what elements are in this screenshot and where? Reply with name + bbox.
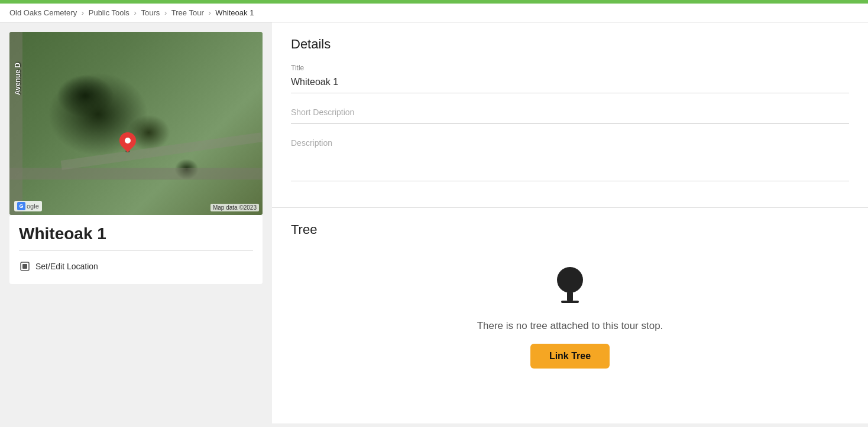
right-panel: Details Title Whiteoak 1 Short Descripti… <box>272 22 868 423</box>
breadcrumb: Old Oaks Cemetery › Public Tools › Tours… <box>0 4 868 22</box>
pin-head <box>116 129 140 152</box>
main-layout: Avenue D G ogle Map data ©2023 Whiteoak … <box>0 22 868 423</box>
google-logo-box: G <box>17 202 25 210</box>
breadcrumb-item-tours[interactable]: Tours <box>141 8 160 17</box>
no-tree-message: There is no tree attached to this tour s… <box>477 320 663 332</box>
breadcrumb-item-cemetery[interactable]: Old Oaks Cemetery <box>9 8 77 17</box>
location-icon <box>19 260 31 272</box>
breadcrumb-sep-1: › <box>82 8 86 17</box>
breadcrumb-sep-3: › <box>164 8 169 17</box>
title-label: Title <box>291 64 849 72</box>
tree-section-title: Tree <box>291 222 849 237</box>
left-card: Whiteoak 1 Set/Edit Location <box>9 215 263 284</box>
left-panel: Avenue D G ogle Map data ©2023 Whiteoak … <box>0 22 272 423</box>
stop-divider <box>19 250 253 251</box>
details-section-title: Details <box>291 37 849 52</box>
tree-icon <box>546 263 594 311</box>
stop-title: Whiteoak 1 <box>19 224 253 243</box>
breadcrumb-item-active: Whiteoak 1 <box>215 8 254 17</box>
map-background <box>9 32 263 215</box>
google-logo-text: ogle <box>27 203 39 210</box>
avenue-label: Avenue D <box>14 63 22 95</box>
breadcrumb-item-public-tools[interactable]: Public Tools <box>89 8 129 17</box>
svg-rect-1 <box>22 264 27 269</box>
tree-section: Tree There is no tree attached to this t… <box>272 208 868 400</box>
set-edit-location-button[interactable]: Set/Edit Location <box>19 258 98 275</box>
breadcrumb-item-tree-tour[interactable]: Tree Tour <box>171 8 204 17</box>
map-road-left <box>9 32 22 215</box>
short-description-placeholder[interactable]: Short Description <box>291 105 849 124</box>
map-container[interactable]: Avenue D G ogle Map data ©2023 <box>9 32 263 215</box>
short-description-field-group: Short Description <box>291 105 849 124</box>
map-data-label: Map data ©2023 <box>210 204 259 211</box>
link-tree-button[interactable]: Link Tree <box>530 344 610 369</box>
map-road-bottom <box>9 168 263 180</box>
breadcrumb-sep-4: › <box>208 8 213 17</box>
set-edit-location-label: Set/Edit Location <box>35 262 98 271</box>
svg-rect-3 <box>567 292 573 301</box>
description-field-group: Description <box>291 136 849 181</box>
svg-rect-4 <box>561 301 579 303</box>
title-value: Whiteoak 1 <box>291 74 849 93</box>
breadcrumb-sep-2: › <box>134 8 139 17</box>
title-field-group: Title Whiteoak 1 <box>291 64 849 93</box>
svg-point-2 <box>557 267 583 293</box>
description-placeholder[interactable]: Description <box>291 136 849 181</box>
map-pin <box>119 132 136 152</box>
map-google-logo: G ogle <box>14 201 42 211</box>
details-section: Details Title Whiteoak 1 Short Descripti… <box>272 22 868 208</box>
tree-empty-state: There is no tree attached to this tour s… <box>291 252 849 386</box>
